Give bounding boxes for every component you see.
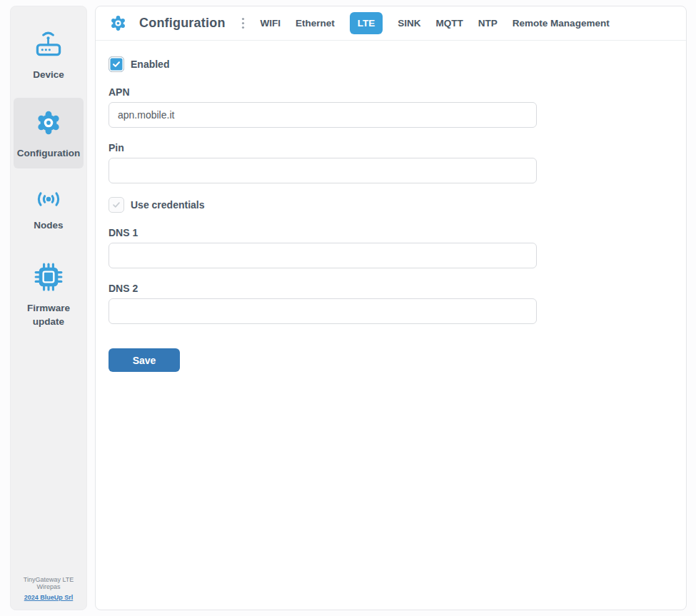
dns2-input[interactable] <box>109 298 537 324</box>
pin-field: Pin <box>109 142 673 183</box>
panel-header: Configuration WIFI Ethernet LTE SINK MQT… <box>96 6 686 41</box>
tab-wifi[interactable]: WIFI <box>261 18 281 29</box>
tab-bar: WIFI Ethernet LTE SINK MQTT NTP Remote M… <box>261 12 610 34</box>
save-button[interactable]: Save <box>109 348 180 372</box>
sidebar-footer: TinyGateway LTE Wirepas 2024 BlueUp Srl <box>11 576 86 601</box>
gear-icon <box>16 108 81 138</box>
pin-label: Pin <box>109 142 673 153</box>
tab-sink[interactable]: SINK <box>398 18 420 29</box>
sidebar-item-firmware-update[interactable]: Firmware update <box>14 251 84 338</box>
use-credentials-checkbox[interactable]: Use credentials <box>109 197 205 213</box>
apn-field: APN <box>109 86 673 128</box>
sidebar-item-device[interactable]: Device <box>14 15 84 91</box>
enabled-checkbox[interactable]: Enabled <box>109 56 169 72</box>
tab-ntp[interactable]: NTP <box>478 18 498 29</box>
enabled-label: Enabled <box>131 59 169 70</box>
use-credentials-label: Use credentials <box>131 199 205 211</box>
gear-icon <box>109 14 128 33</box>
apn-label: APN <box>109 86 673 98</box>
sidebar-item-label: Nodes <box>16 218 81 233</box>
broadcast-icon <box>16 188 81 210</box>
page-title: Configuration <box>139 16 226 31</box>
router-icon <box>16 28 81 59</box>
chip-icon <box>16 261 81 293</box>
tab-mqtt[interactable]: MQTT <box>436 18 463 29</box>
sidebar-item-label: Firmware update <box>16 301 81 329</box>
tab-lte[interactable]: LTE <box>350 12 383 34</box>
vendor-link[interactable]: 2024 BlueUp Srl <box>24 594 74 601</box>
dns2-field: DNS 2 <box>109 283 673 324</box>
tab-remote-management[interactable]: Remote Management <box>513 18 610 29</box>
dns1-label: DNS 1 <box>109 227 673 238</box>
lte-config-form: Enabled APN Pin Use credentials DNS 1 <box>96 41 686 388</box>
page: Device Configura <box>0 0 696 616</box>
sidebar: Device Configura <box>10 6 87 610</box>
sidebar-item-configuration[interactable]: Configuration <box>14 98 84 169</box>
sidebar-item-nodes[interactable]: Nodes <box>14 178 84 241</box>
dns1-input[interactable] <box>109 243 537 268</box>
dns1-field: DNS 1 <box>109 227 673 268</box>
dns2-label: DNS 2 <box>109 283 673 294</box>
tab-ethernet[interactable]: Ethernet <box>296 18 335 29</box>
sidebar-item-label: Device <box>16 68 81 82</box>
sidebar-item-label: Configuration <box>16 146 81 161</box>
pin-input[interactable] <box>109 158 537 183</box>
product-name: TinyGateway LTE Wirepas <box>11 576 86 590</box>
kebab-menu-icon[interactable] <box>241 17 245 29</box>
checkbox-checked-icon[interactable] <box>109 56 124 72</box>
apn-input[interactable] <box>109 102 537 128</box>
checkbox-disabled-icon <box>109 197 124 213</box>
main-panel: Configuration WIFI Ethernet LTE SINK MQT… <box>95 6 687 610</box>
